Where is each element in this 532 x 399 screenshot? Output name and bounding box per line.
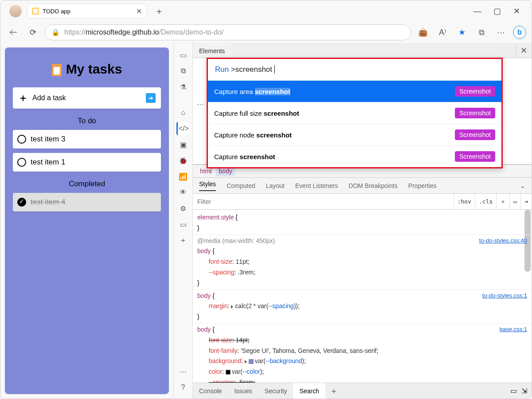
event-listeners-tab[interactable]: Event Listeners [295,182,338,189]
devtools-activity-bar: ▭ ⧉ ⚗ ⌂ </> ▣ 🐞 📶 👁 ⚙ ▭ ＋ ⋯ ? [173,43,193,399]
command-input[interactable]: Run >screenshot [208,59,501,80]
lock-icon: 🔒 [51,28,60,36]
window-minimize-icon[interactable]: — [474,8,481,15]
collections-icon[interactable]: ⧉ [474,25,489,40]
elements-panel-icon[interactable]: </> [176,122,190,135]
devtools-close-icon[interactable]: ✕ [516,44,532,57]
window-close-icon[interactable]: ✕ [513,8,520,15]
search-drawer-tab[interactable]: Search [293,383,325,399]
title-bar: TODO app ✕ ＋ — ▢ ✕ [0,0,532,22]
styles-filter-input[interactable] [193,198,454,205]
source-link[interactable]: base.css:1 [500,325,527,334]
network-panel-icon[interactable]: 📶 [176,170,190,183]
help-icon[interactable]: ? [176,381,190,394]
memory-panel-icon[interactable]: ⚙ [176,202,190,215]
read-aloud-icon[interactable]: A⁾ [435,25,450,40]
unchecked-icon[interactable] [17,158,26,167]
experiments-icon[interactable]: ⚗ [176,80,190,94]
page-title: My tasks [13,62,161,77]
hov-toggle[interactable]: :hov [454,194,475,209]
command-category-badge: Screenshot [455,86,495,97]
issues-drawer-tab[interactable]: Issues [228,383,258,399]
welcome-icon[interactable]: ⌂ [176,106,190,119]
layout-tab[interactable]: Layout [266,182,285,189]
application-panel-icon[interactable]: ▭ [176,218,190,231]
drawer-collapse-icon[interactable]: ⇲ [521,387,527,395]
cls-toggle[interactable]: .cls [475,194,496,209]
unchecked-icon[interactable] [17,135,26,144]
tab-favicon [32,8,39,15]
security-drawer-tab[interactable]: Security [258,383,293,399]
browser-tab[interactable]: TODO app ✕ [27,4,147,19]
device-toolbar-icon[interactable]: ⧉ [176,64,190,78]
address-bar[interactable]: 🔒 https://microsoftedge.github.io/Demos/… [45,24,411,40]
dom-breakpoints-tab[interactable]: DOM Breakpoints [348,182,397,189]
command-item[interactable]: Capture full size screenshot Screenshot [208,102,501,124]
drawer-tabs: Console Issues Security Search ＋ ▭ ⇲ [193,383,532,399]
back-button[interactable]: 🡠 [6,25,21,40]
command-category-badge: Screenshot [455,151,495,162]
new-style-rule-icon[interactable]: ＋ [496,194,509,209]
shopping-icon[interactable]: 👜 [415,25,430,40]
properties-tab[interactable]: Properties [408,182,437,189]
add-task-placeholder: Add a task [32,94,66,102]
command-item[interactable]: Capture screenshot Screenshot [208,145,501,167]
more-tabs-icon[interactable]: ⌄ [520,182,525,189]
styles-tab[interactable]: Styles [199,180,216,191]
computed-sidebar-icon[interactable]: ▭ [509,194,520,209]
styles-pane[interactable]: element.style { } to-do-styles.css:40 @m… [193,210,532,383]
profile-avatar[interactable] [9,5,22,17]
settings-icon[interactable]: ⋯ [176,365,190,378]
console-panel-icon[interactable]: ▣ [176,138,190,151]
inspect-icon[interactable]: ▭ [176,48,190,62]
task-item[interactable]: test item 1 [13,153,161,172]
submit-task-button[interactable]: ➔ [146,93,156,103]
bing-chat-icon[interactable]: b [513,26,526,39]
drawer-expand-icon[interactable]: ▭ [510,387,517,395]
computed-tab[interactable]: Computed [227,182,255,189]
sources-panel-icon[interactable]: 🐞 [176,154,190,167]
checked-icon[interactable] [17,198,26,207]
command-item[interactable]: Capture area screenshot Screenshot [208,80,501,102]
command-category-badge: Screenshot [455,129,495,140]
plus-icon: ＋ [18,91,28,105]
more-panels-icon[interactable]: ＋ [176,234,190,247]
completed-header: Completed [13,180,161,188]
reload-button[interactable]: ⟳ [25,25,40,40]
command-item[interactable]: Capture node screenshot Screenshot [208,124,501,145]
toggle-sidebar-icon[interactable]: ⇥ [520,194,532,209]
new-tab-button[interactable]: ＋ [155,5,164,17]
command-menu: Run >screenshot Capture area screenshot … [207,58,503,168]
source-link[interactable]: to-do-styles.css:40 [479,236,527,246]
styles-tab-bar: Styles Computed Layout Event Listeners D… [193,178,532,194]
tab-close-icon[interactable]: ✕ [136,7,142,16]
tab-title: TODO app [43,8,133,15]
favorite-star-icon[interactable]: ★ [454,25,469,40]
source-link[interactable]: to-do-styles.css:1 [482,291,527,301]
url-text: https://microsoftedge.github.io/Demos/de… [64,28,223,36]
task-item[interactable]: test item 3 [13,130,161,149]
clipboard-icon [52,64,62,76]
command-category-badge: Screenshot [455,108,495,118]
console-drawer-tab[interactable]: Console [193,383,228,399]
elements-tab[interactable]: Elements [193,43,231,58]
add-task-input[interactable]: ＋ Add a task ➔ [13,87,161,109]
add-drawer-tab-icon[interactable]: ＋ [325,386,342,396]
task-item-completed[interactable]: test item 4 [13,193,161,211]
performance-panel-icon[interactable]: 👁 [176,186,190,199]
overflow-icon[interactable]: ⋯ [197,100,206,109]
todo-header: To do [13,117,161,125]
browser-toolbar: 🡠 ⟳ 🔒 https://microsoftedge.github.io/De… [0,22,532,43]
window-maximize-icon[interactable]: ▢ [493,8,501,15]
webpage-viewport: My tasks ＋ Add a task ➔ To do test item … [0,43,173,399]
menu-icon[interactable]: ⋯ [493,25,509,40]
